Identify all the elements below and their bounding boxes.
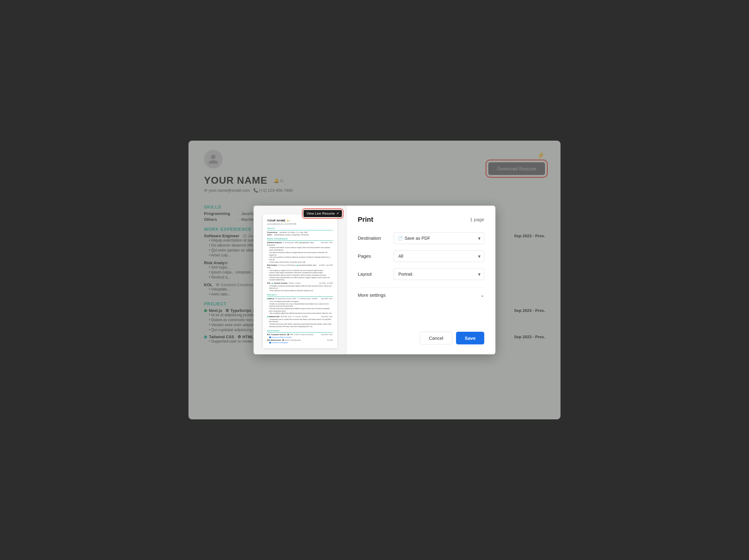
- destination-label: Destination: [358, 236, 389, 241]
- external-link-icon: ↗: [336, 211, 339, 216]
- more-settings-label: More settings: [358, 292, 386, 298]
- view-live-resume-button[interactable]: View Live Resume ↗: [303, 210, 342, 217]
- app-container: ⚡ Download Resume YOUR NAME 🔔 in ✉ your.…: [189, 141, 560, 419]
- layout-row: Layout Portrait Landscape: [358, 268, 484, 280]
- layout-label: Layout: [358, 271, 389, 276]
- save-button[interactable]: Save: [456, 332, 484, 344]
- layout-select-wrapper: Portrait Landscape: [394, 268, 484, 280]
- print-dialog: View Live Resume ↗ YOUR NAME 🔔 in your.n…: [254, 206, 495, 355]
- dialog-buttons: Cancel Save: [358, 324, 484, 344]
- destination-select-wrapper: 📄 Save as PDF Microsoft Print to PDF Sen…: [394, 232, 484, 244]
- chevron-down-icon: ⌄: [480, 292, 484, 298]
- document-icon: 📄: [398, 236, 403, 241]
- print-title: Print: [358, 216, 373, 224]
- print-dialog-overlay: View Live Resume ↗ YOUR NAME 🔔 in your.n…: [189, 141, 560, 419]
- pages-label: Pages: [358, 253, 389, 259]
- pages-count: 1 page: [470, 217, 484, 222]
- print-header: Print 1 page: [358, 216, 484, 224]
- pages-row: Pages All Custom 1: [358, 250, 484, 262]
- destination-row: Destination 📄 Save as PDF Microsoft Prin…: [358, 232, 484, 244]
- settings-panel: Print 1 page Destination 📄 Save as PDF M…: [347, 206, 495, 355]
- preview-panel: View Live Resume ↗ YOUR NAME 🔔 in your.n…: [254, 206, 347, 355]
- pages-select-wrapper: All Custom 1: [394, 250, 484, 262]
- more-settings-row[interactable]: More settings ⌄: [358, 287, 484, 302]
- pages-select[interactable]: All Custom 1: [394, 250, 484, 262]
- resume-mini-preview: YOUR NAME 🔔 in your.name@email.com (+1) …: [263, 214, 337, 349]
- destination-select[interactable]: Save as PDF Microsoft Print to PDF Send …: [394, 232, 484, 244]
- layout-select[interactable]: Portrait Landscape: [394, 268, 484, 280]
- cancel-button[interactable]: Cancel: [420, 332, 452, 344]
